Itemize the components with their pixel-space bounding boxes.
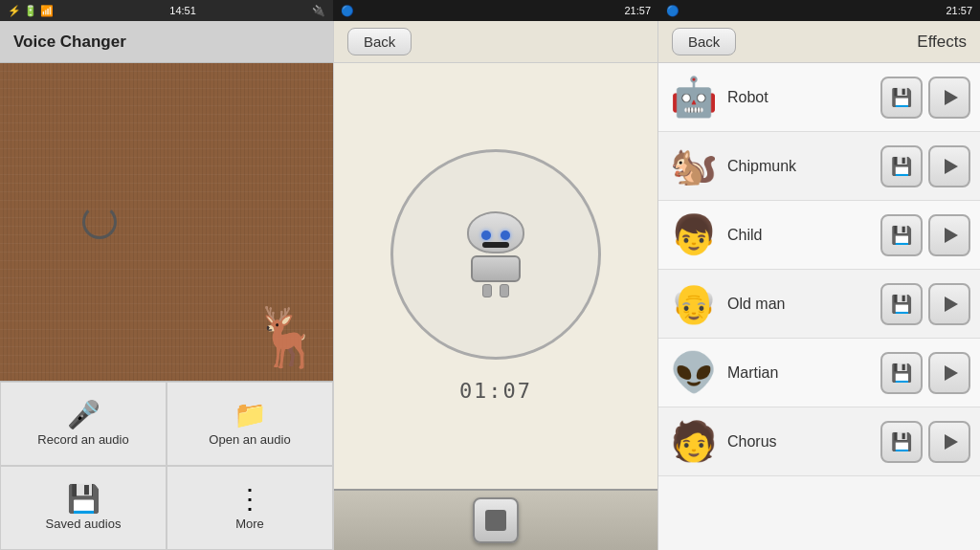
back-button-panel3[interactable]: Back <box>672 28 736 55</box>
robot-play-button[interactable] <box>928 77 970 119</box>
open-audio-label: Open an audio <box>209 432 290 447</box>
martian-name: Martian <box>720 364 880 382</box>
recording-circle <box>390 149 601 360</box>
child-name: Child <box>720 227 880 244</box>
back-button-panel2[interactable]: Back <box>347 28 412 55</box>
robot-eye-left <box>481 231 491 240</box>
time-mid: 21:57 <box>624 5 651 16</box>
effects-title: Effects <box>917 33 967 52</box>
effect-row-chipmunk: 🐿️ Chipmunk 💾 <box>658 132 980 201</box>
stop-square-icon <box>485 510 506 531</box>
saved-audios-label: Saved audios <box>46 517 122 531</box>
main-content: Voice Changer 🦌 🎤 Record an audio 📁 Open… <box>0 21 980 550</box>
play-icon <box>945 228 958 243</box>
record-audio-button[interactable]: 🎤 Record an audio <box>0 382 167 466</box>
chipmunk-save-button[interactable]: 💾 <box>880 145 923 187</box>
time-right: 21:57 <box>946 5 972 16</box>
panel2-recording: Back <box>333 21 658 550</box>
robot-avatar: 🤖 <box>668 72 720 123</box>
robot-mouth <box>482 242 509 248</box>
panel3-header: Back Effects <box>658 21 980 63</box>
bt-icon: 🔵 <box>341 5 354 17</box>
oldman-actions: 💾 <box>880 283 970 325</box>
panel2-footer <box>334 489 657 550</box>
martian-avatar: 👽 <box>668 347 720 399</box>
martian-actions: 💾 <box>880 352 970 394</box>
open-audio-button[interactable]: 📁 Open an audio <box>167 382 333 466</box>
time-display: 01:07 <box>459 379 532 403</box>
robot-eye-right <box>501 231 510 240</box>
bt-icon-right: 🔵 <box>666 5 679 17</box>
robot-legs <box>482 284 509 297</box>
robot-name: Robot <box>720 89 880 106</box>
oldman-save-button[interactable]: 💾 <box>880 283 923 325</box>
save-icon: 💾 <box>891 431 912 452</box>
recording-area: 01:07 <box>334 63 657 489</box>
panel3-effects: Back Effects 🤖 Robot 💾 🐿️ Chipmunk <box>658 21 980 550</box>
usb-icon: 🔌 <box>312 5 325 17</box>
refresh-icon <box>82 205 117 239</box>
stop-button[interactable] <box>473 497 519 543</box>
status-bar-left: ⚡ 🔋 📶 14:51 🔌 <box>0 0 333 21</box>
saved-audios-button[interactable]: 💾 Saved audios <box>0 466 167 550</box>
panel1-voice-changer: Voice Changer 🦌 🎤 Record an audio 📁 Open… <box>0 21 333 550</box>
oldman-play-button[interactable] <box>928 283 970 325</box>
save-icon: 💾 <box>891 363 912 384</box>
save-icon: 💾 <box>67 486 100 513</box>
play-icon <box>945 159 958 174</box>
effect-row-child: 👦 Child 💾 <box>658 201 980 270</box>
folder-icon: 📁 <box>234 402 267 429</box>
child-actions: 💾 <box>880 214 970 256</box>
more-dots-icon: ⋮ <box>236 486 263 513</box>
oldman-name: Old man <box>720 296 880 313</box>
status-bar-mid: 🔵 21:57 <box>333 0 658 21</box>
robot-save-button[interactable]: 💾 <box>880 77 923 119</box>
save-icon: 💾 <box>891 225 912 246</box>
child-save-button[interactable]: 💾 <box>880 214 923 256</box>
martian-play-button[interactable] <box>928 352 970 394</box>
chipmunk-actions: 💾 <box>880 145 970 187</box>
status-icons-left: ⚡ 🔋 📶 <box>8 5 54 17</box>
chipmunk-avatar: 🐿️ <box>668 141 720 192</box>
play-icon <box>945 434 958 450</box>
chorus-name: Chorus <box>720 433 880 451</box>
effects-list: 🤖 Robot 💾 🐿️ Chipmunk 💾 <box>658 63 980 550</box>
chorus-actions: 💾 <box>880 421 970 463</box>
child-play-button[interactable] <box>928 214 970 256</box>
chorus-avatar: 🧑 <box>668 416 720 468</box>
save-icon: 💾 <box>891 294 912 315</box>
play-icon <box>945 365 958 381</box>
record-audio-label: Record an audio <box>37 432 128 447</box>
martian-save-button[interactable]: 💾 <box>880 352 923 394</box>
panel2-header: Back <box>334 21 657 63</box>
oldman-avatar: 👴 <box>668 278 720 330</box>
more-label: More <box>235 517 264 531</box>
chipmunk-play-button[interactable] <box>928 145 970 187</box>
robot-head <box>467 211 524 253</box>
effect-row-chorus: 🧑 Chorus 💾 <box>658 407 980 476</box>
microphone-icon: 🎤 <box>67 402 100 429</box>
more-button[interactable]: ⋮ More <box>167 466 333 550</box>
effect-row-robot: 🤖 Robot 💾 <box>658 63 980 132</box>
robot-leg-left <box>482 284 492 297</box>
save-icon: 💾 <box>891 87 912 108</box>
effect-row-martian: 👽 Martian 💾 <box>658 339 980 407</box>
status-bar-right: 🔵 21:57 <box>658 0 980 21</box>
app-title: Voice Changer <box>13 33 126 52</box>
status-bars: ⚡ 🔋 📶 14:51 🔌 🔵 21:57 🔵 21:57 <box>0 0 980 21</box>
wood-background: 🦌 <box>0 63 333 381</box>
robot-eyes <box>481 231 510 240</box>
bottom-buttons: 🎤 Record an audio 📁 Open an audio 💾 Save… <box>0 381 333 550</box>
chipmunk-name: Chipmunk <box>720 158 880 175</box>
chorus-save-button[interactable]: 💾 <box>880 421 923 463</box>
child-avatar: 👦 <box>668 209 720 261</box>
deer-emoji: 🦌 <box>252 303 323 371</box>
robot-leg-right <box>500 284 509 297</box>
play-icon <box>945 297 958 312</box>
chorus-play-button[interactable] <box>928 421 970 463</box>
effect-row-oldman: 👴 Old man 💾 <box>658 270 980 339</box>
robot-figure <box>453 211 539 297</box>
robot-actions: 💾 <box>880 77 970 119</box>
robot-body <box>471 255 521 282</box>
play-icon <box>945 90 958 105</box>
